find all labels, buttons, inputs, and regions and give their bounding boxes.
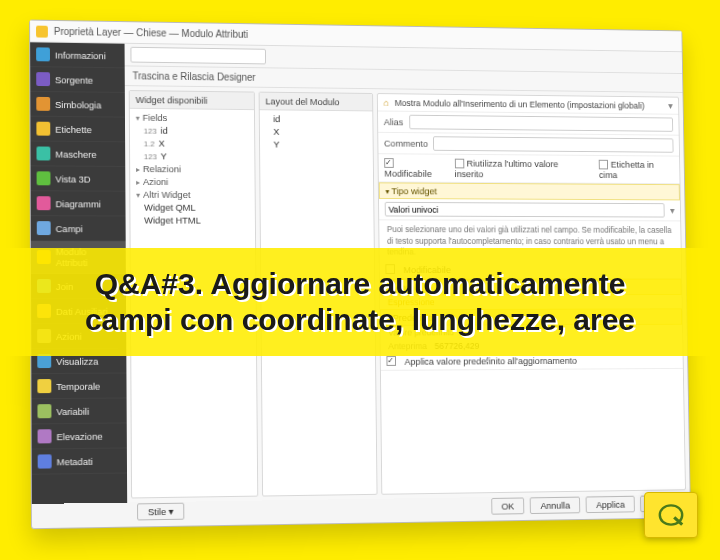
show-module-label: Mostra Modulo all'Inserimento di un Elem… [395, 98, 645, 110]
sidebar-icon [36, 47, 50, 61]
app-icon [36, 25, 48, 37]
fields-group[interactable]: Fields [134, 111, 251, 125]
sidebar-item-diagrammi[interactable]: Diagrammi [31, 191, 126, 216]
layout-tree[interactable]: idXY [260, 110, 373, 153]
cancel-button[interactable]: Annulla [530, 497, 580, 514]
widget-type-section[interactable]: Tipo widget [379, 183, 680, 201]
alias-input[interactable] [409, 115, 673, 132]
sidebar-item-sorgente[interactable]: Sorgente [30, 67, 125, 93]
sidebar-icon [37, 379, 51, 393]
field-x[interactable]: 1.2X [134, 136, 251, 150]
sidebar-icon [37, 404, 51, 418]
sidebar-icon [38, 429, 52, 443]
other-widget-item[interactable]: Widget QML [134, 201, 251, 214]
field-y[interactable]: 123Y [134, 149, 251, 163]
sidebar-item-metadati[interactable]: Metadati [32, 448, 127, 474]
label-top-checkbox[interactable] [599, 160, 608, 170]
chevron-down-icon[interactable]: ▾ [668, 100, 673, 111]
sidebar-icon [36, 146, 50, 160]
qgis-logo-icon [655, 502, 687, 528]
form-layout-header: Layout del Modulo [260, 93, 373, 112]
comment-label: Commento [384, 138, 428, 149]
field-id[interactable]: 123id [134, 124, 251, 138]
relations-group[interactable]: Relazioni [134, 162, 251, 176]
sidebar-item-maschere[interactable]: Maschere [31, 141, 126, 167]
sidebar-item-campi[interactable]: Campi [31, 216, 126, 241]
sidebar-icon [36, 97, 50, 111]
chevron-down-icon[interactable]: ▾ [670, 206, 675, 217]
sidebar-item-variabili[interactable]: Variabili [31, 398, 126, 424]
sidebar-item-simbologia[interactable]: Simbologia [30, 92, 125, 118]
ok-button[interactable]: OK [491, 497, 525, 514]
window-title: Proprietà Layer — Chiese — Modulo Attrib… [54, 20, 248, 45]
overlay-line1: Q&A#3. Aggiornare automaticamente [95, 266, 626, 302]
other-widget-item[interactable]: Widget HTML [134, 214, 251, 227]
comment-input[interactable] [433, 136, 673, 152]
layout-item[interactable]: Y [264, 138, 369, 152]
reuse-checkbox[interactable] [454, 159, 463, 169]
sidebar-icon [37, 171, 51, 185]
sidebar-item-vista-3d[interactable]: Vista 3D [31, 166, 126, 191]
layout-item[interactable]: id [264, 112, 369, 126]
apply-button[interactable]: Applica [586, 496, 635, 513]
editable-checkbox[interactable] [384, 159, 394, 169]
sidebar-icon [37, 354, 51, 368]
widgets-tree[interactable]: Fields 123id1.2X123Y Relazioni Azioni Al… [130, 109, 255, 229]
sidebar-item-etichette[interactable]: Etichette [30, 117, 125, 143]
overlay-line2: campi con coordinate, lunghezze, aree [85, 302, 635, 338]
search-input[interactable] [130, 47, 266, 65]
sidebar-item-temporale[interactable]: Temporale [31, 374, 126, 400]
available-widgets-header: Widget disponibili [130, 91, 254, 110]
sidebar-icon [37, 221, 51, 235]
layout-item[interactable]: X [264, 125, 369, 139]
sidebar-item-informazioni[interactable]: Informazioni [30, 42, 125, 68]
sidebar-icon [38, 454, 52, 468]
widget-type-combo[interactable] [385, 202, 665, 218]
apply-default-checkbox[interactable] [386, 356, 396, 366]
other-widgets-group[interactable]: Altri Widget [134, 188, 251, 201]
sidebar-icon [36, 72, 50, 86]
sidebar-icon [36, 122, 50, 136]
sidebar-item-elevazione[interactable]: Elevazione [32, 423, 127, 449]
title-overlay: Q&A#3. Aggiornare automaticamente campi … [0, 248, 720, 356]
alias-label: Alias [384, 116, 404, 127]
actions-group[interactable]: Azioni [134, 175, 251, 189]
sidebar-icon [37, 196, 51, 210]
style-button[interactable]: Stile ▾ [137, 503, 184, 521]
up-icon: ⌂ [383, 97, 389, 108]
logo-badge [644, 492, 698, 538]
